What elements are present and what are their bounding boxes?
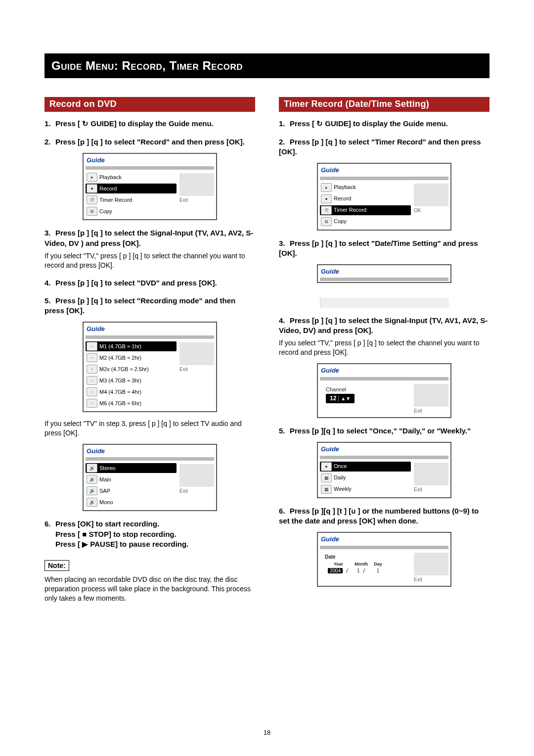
osd-title: Guide — [86, 325, 214, 334]
right-step-2: 2.Press [p ] [q ] to select "Timer Recor… — [279, 137, 490, 231]
date-year-v: 2004 — [328, 568, 343, 573]
step-text: Press [p ] [q ] to select "Date/Time Set… — [279, 239, 478, 257]
speaker-icon: 🔊 — [87, 486, 97, 495]
osd-item-record: ●Record — [86, 184, 177, 193]
osd-label: M2 (4.7GB ≈ 2hr) — [99, 354, 141, 362]
osd-fragment-top: Guide — [317, 264, 451, 283]
osd-exit: Exit — [414, 486, 447, 493]
record-icon: ● — [321, 194, 332, 203]
osd-label: Once — [334, 463, 347, 470]
osd-exit: Exit — [179, 488, 213, 495]
step-text: Press [p ][q ] [t ] [u ] or the numbered… — [279, 507, 479, 525]
osd-preview — [179, 173, 214, 196]
date-table: Year Month Day 2004 / 1 / 1 — [325, 561, 385, 574]
osd-audio-stereo: 🔊Stereo — [86, 463, 177, 473]
copy-icon: ⧉ — [87, 207, 97, 216]
copy-icon: ⧉ — [321, 217, 332, 226]
record-icon: ● — [321, 462, 332, 471]
right-step-4: 4.Press [p ] [q ] to select the Signal-I… — [279, 316, 490, 418]
osd-bar — [320, 546, 448, 549]
osd-exit: Exit — [179, 197, 213, 204]
osd-audio-main: 🔊Main — [86, 474, 177, 484]
osd-preview — [179, 342, 214, 365]
osd-title: Guide — [320, 166, 448, 175]
left-step-2: 2.Press [p ] [q ] to select "Record" and… — [44, 137, 255, 221]
right-step-6: 6.Press [p ][q ] [t ] [u ] or the number… — [279, 506, 490, 587]
osd-label: M4 (4.7GB ≈ 4hr) — [99, 388, 141, 396]
date-month-h: Month — [352, 561, 371, 567]
osd-date: Guide Date Year Month — [317, 532, 451, 587]
right-step-3: 3.Press [p ] [q ] to select "Date/Time S… — [279, 238, 490, 308]
note-label: Note: — [44, 560, 69, 571]
right-column: Timer Record (Date/Time Setting) 1.Press… — [279, 97, 490, 606]
osd-bar — [320, 177, 448, 180]
osd-bar — [86, 166, 214, 170]
step-text: Press [p ] [q ] to select "DVD" and pres… — [55, 279, 217, 287]
left-step-5: 5.Press [p ] [q ] to select "Recording m… — [44, 296, 255, 511]
osd-freq-daily: ▦Daily — [320, 473, 411, 483]
osd-item-record: ●Record — [320, 194, 411, 204]
osd-preview — [414, 463, 448, 485]
play-icon: ▸ — [87, 173, 97, 182]
left-step-3: 3.Press [p ] [q ] to select the Signal-I… — [44, 228, 255, 270]
left-step-4: 4.Press [p ] [q ] to select "DVD" and pr… — [44, 278, 255, 288]
osd-label: SAP — [99, 487, 110, 495]
page-number: 18 — [0, 729, 534, 736]
right-step-1: 1.Press [ ↻ GUIDE] to display the Guide … — [279, 119, 490, 129]
osd-label: Record — [99, 185, 117, 192]
osd-bar — [86, 457, 214, 461]
left-step-6: 6.Press [OK] to start recording. Press [… — [44, 519, 255, 549]
step-text: Press [ ↻ GUIDE] to display the Guide me… — [55, 119, 214, 128]
step-text: Press [ ▶ PAUSE] to pause recording. — [44, 539, 255, 549]
step-text: Press [OK] to start recording. — [55, 520, 159, 528]
speaker-icon: 🔊 — [87, 464, 97, 472]
speaker-icon: 🔊 — [87, 498, 97, 507]
left-column: Record on DVD 1.Press [ ↻ GUIDE] to disp… — [44, 97, 255, 606]
osd-bar — [320, 456, 448, 459]
date-year-h: Year — [325, 561, 352, 567]
osd-bar — [320, 377, 448, 380]
osd-exit: Exit — [414, 576, 447, 583]
osd-label: Weekly — [334, 485, 352, 493]
disc-icon: ◦ — [87, 353, 97, 362]
osd-mode-m1: ◦M1 (4.7GB ≈ 1hr) — [86, 341, 177, 351]
osd-title: Guide — [320, 535, 448, 544]
date-label: Date — [325, 554, 411, 561]
up-down-icon: ▲▼ — [338, 395, 351, 402]
timer-icon: ⏱ — [321, 206, 332, 215]
channel-label: Channel — [326, 386, 346, 393]
osd-item-playback: ▸Playback — [86, 172, 177, 182]
osd-mode-m2x: ◦M2x (4.7GB ≈ 2.5hr) — [86, 364, 177, 374]
right-step-5: 5.Press [p ][q ] to select "Once," "Dail… — [279, 426, 490, 498]
step-text: Press [ ↻ GUIDE] to display the Guide me… — [290, 119, 448, 128]
osd-item-copy: ⧉Copy — [86, 206, 177, 216]
disc-icon: ◦ — [87, 399, 97, 408]
osd-item-playback: ▸Playback — [320, 183, 411, 192]
osd-label: Main — [99, 476, 111, 483]
disc-icon: ◦ — [87, 387, 97, 396]
osd-label: M1 (4.7GB ≈ 1hr) — [99, 343, 141, 350]
osd-fragment-bottom — [320, 298, 449, 308]
osd-label: Copy — [334, 218, 347, 225]
osd-ok: OK — [414, 207, 447, 214]
osd-title: Guide — [320, 445, 448, 454]
note-text: When placing an recordable DVD disc on t… — [44, 575, 255, 603]
osd-freq-once: ●Once — [320, 462, 411, 472]
step-text: Press [p ] [q ] to select the Signal-Inp… — [279, 316, 488, 334]
disc-icon: ◦ — [87, 342, 97, 351]
step-text: Press [ ■ STOP] to stop recording. — [44, 529, 255, 539]
osd-title: Guide — [320, 267, 448, 277]
osd-preview — [179, 464, 214, 487]
timer-icon: ⏱ — [87, 195, 97, 204]
play-icon: ▸ — [321, 183, 332, 192]
osd-preview — [414, 553, 448, 575]
channel-value-text: 12 — [330, 394, 336, 402]
osd-freq-weekly: ▦Weekly — [320, 484, 411, 494]
osd-title: Guide — [86, 156, 214, 165]
osd-label: Playback — [99, 174, 122, 181]
step-text: Press [p ] [q ] to select "Record" and t… — [55, 138, 245, 146]
osd-audio-mono: 🔊Mono — [86, 497, 177, 507]
osd-title: Guide — [320, 366, 448, 376]
osd-label: M2x (4.7GB ≈ 2.5hr) — [99, 366, 149, 373]
osd-label: Timer Record — [334, 206, 366, 214]
